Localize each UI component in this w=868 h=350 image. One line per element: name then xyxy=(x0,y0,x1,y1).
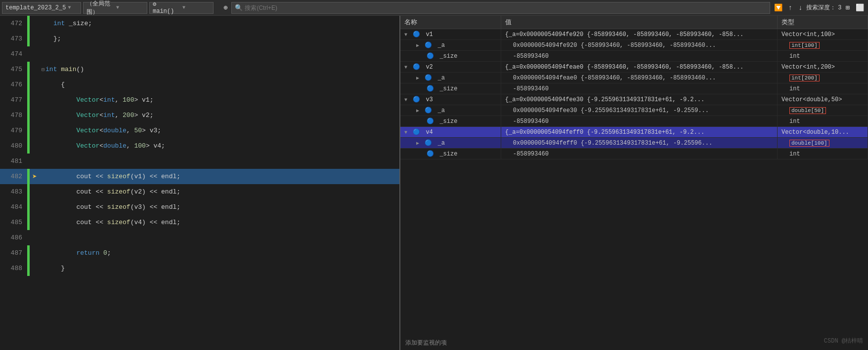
watch-child-type: double[100] xyxy=(777,138,868,149)
line-number: 472 xyxy=(0,16,27,31)
pin-btn[interactable]: ⊞ xyxy=(844,2,852,13)
debug-arrow xyxy=(30,199,40,215)
type-badge: double[50] xyxy=(789,107,826,114)
line-number: 482 xyxy=(0,169,27,184)
debug-arrow xyxy=(30,138,40,154)
code-lines: 472 int _size; 473 }; 474 xyxy=(0,16,399,350)
item-icon: 🔵 xyxy=(413,129,420,136)
col-header-type: 类型 xyxy=(777,16,868,29)
item-icon: 🔵 xyxy=(427,85,434,92)
line-number: 477 xyxy=(0,92,27,108)
watch-var-value: {_a=0x00000054094fee30 {-9.2559631349317… xyxy=(501,94,777,105)
expand-icon[interactable]: ▼ xyxy=(404,97,407,103)
expand-icon[interactable]: ▶ xyxy=(416,141,419,146)
code-content xyxy=(40,46,399,62)
item-icon: 🔵 xyxy=(413,96,420,103)
debug-arrow xyxy=(30,46,40,62)
search-depth: 搜索深度： 3 xyxy=(806,3,841,12)
search-filter-btn[interactable]: 🔽 xyxy=(772,2,784,13)
search-icon: 🔍 xyxy=(235,4,243,12)
table-row[interactable]: ▼ 🔵 v3 {_a=0x00000054094fee30 {-9.255963… xyxy=(400,94,868,105)
watch-child-value: -858993460 xyxy=(501,116,777,127)
code-content: cout << sizeof(v1) << endl; xyxy=(40,169,399,184)
debug-arrow xyxy=(30,16,40,31)
debug-arrow xyxy=(30,92,40,108)
watch-child-value: 0x00000054094fe920 {-858993460, -8589934… xyxy=(501,40,777,51)
line-number: 478 xyxy=(0,108,27,123)
line-number: 481 xyxy=(0,154,27,169)
expand-icon[interactable]: ▼ xyxy=(404,65,407,70)
debug-arrow xyxy=(30,62,40,77)
table-row[interactable]: ▼ 🔵 v4 {_a=0x00000054094feff0 {-9.255963… xyxy=(400,127,868,138)
item-icon: 🔵 xyxy=(425,140,432,147)
watch-child-name: ▶ 🔵 _a xyxy=(400,40,501,51)
line-number: 486 xyxy=(0,230,27,245)
watch-child-type: int xyxy=(777,83,868,94)
fold-button[interactable]: ⊟ xyxy=(42,67,44,73)
watch-child-type: int xyxy=(777,149,868,159)
table-row: ▶ 🔵 _a 0x00000054094feff0 {-9.2559631349… xyxy=(400,138,868,149)
code-content: cout << sizeof(v3) << endl; xyxy=(40,199,399,215)
code-content: } xyxy=(40,261,399,276)
table-row: 485 cout << sizeof(v4) << endl; xyxy=(0,215,399,230)
item-icon: 🔵 xyxy=(425,75,432,81)
search-box[interactable]: 🔍 xyxy=(231,2,770,14)
watch-child-value: 0x00000054094fee30 {-9.2559631349317831e… xyxy=(501,105,777,116)
code-content: ⊟ int main() xyxy=(40,62,399,77)
watch-child-name: ▶ 🔵 _a xyxy=(400,105,501,116)
table-row: 478 Vector<int, 200> v2; xyxy=(0,108,399,123)
watch-child-value: -858993460 xyxy=(501,83,777,94)
code-content xyxy=(40,230,399,245)
code-content: }; xyxy=(40,31,399,46)
search-down-btn[interactable]: ↓ xyxy=(796,3,804,13)
watch-child-value: 0x00000054094feff0 {-9.2559631349317831e… xyxy=(501,138,777,149)
debug-arrow xyxy=(30,245,40,261)
code-content: cout << sizeof(v4) << endl; xyxy=(40,215,399,230)
file-dropdown[interactable]: template_2023_2_5 ▼ xyxy=(2,2,81,14)
watch-child-type: int xyxy=(777,116,868,127)
search-up-btn[interactable]: ↑ xyxy=(786,3,794,13)
table-row: 🔵 _size -858993460 int xyxy=(400,51,868,62)
file-dropdown-arrow: ▼ xyxy=(68,5,78,10)
item-icon: 🔵 xyxy=(425,107,432,114)
debug-arrow xyxy=(30,261,40,276)
debug-arrow xyxy=(30,123,40,138)
watch-child-value: -858993460 xyxy=(501,149,777,159)
expand-icon[interactable]: ▼ xyxy=(404,32,407,38)
table-row: 484 cout << sizeof(v3) << endl; xyxy=(0,199,399,215)
scope-dropdown[interactable]: （全局范围） ▼ xyxy=(83,2,147,14)
table-row: 483 cout << sizeof(v2) << endl; xyxy=(0,184,399,199)
table-row[interactable]: ▼ 🔵 v2 {_a=0x00000054094feae0 {-85899346… xyxy=(400,62,868,73)
watch-var-type: Vector<int,100> xyxy=(777,29,868,40)
func-dropdown[interactable]: ⚙ main() ▼ xyxy=(149,2,214,14)
table-row: 479 Vector<double, 50> v3; xyxy=(0,123,399,138)
expand-icon[interactable]: ▼ xyxy=(404,130,407,135)
main-container: 472 int _size; 473 }; 474 xyxy=(0,16,868,350)
table-row: 🔵 _size -858993460 int xyxy=(400,83,868,94)
watch-panel: 名称 值 类型 ▼ 🔵 v1 {_a=0x00000054094fe920 {-… xyxy=(400,16,868,350)
line-number: 480 xyxy=(0,138,27,154)
line-number: 484 xyxy=(0,199,27,215)
expand-icon[interactable]: ▶ xyxy=(416,108,419,114)
expand-btn[interactable]: ⬜ xyxy=(854,2,866,13)
col-header-value: 值 xyxy=(501,16,777,29)
nav-btn-1[interactable]: ⊕ xyxy=(221,2,229,13)
table-row: 482 ➤ cout << sizeof(v1) << endl; xyxy=(0,169,399,184)
line-number: 479 xyxy=(0,123,27,138)
code-content: Vector<int, 200> v2; xyxy=(40,108,399,123)
scope-dropdown-arrow: ▼ xyxy=(116,5,144,10)
search-input[interactable] xyxy=(245,4,344,11)
code-content: Vector<int, 100> v1; xyxy=(40,92,399,108)
table-row: 487 return 0; xyxy=(0,245,399,261)
watch-child-value: 0x00000054094feae0 {-858993460, -8589934… xyxy=(501,73,777,83)
table-row[interactable]: ▼ 🔵 v1 {_a=0x00000054094fe920 {-85899346… xyxy=(400,29,868,40)
watch-child-value: -858993460 xyxy=(501,51,777,62)
expand-icon[interactable]: ▶ xyxy=(416,43,419,48)
add-watch-item[interactable]: 添加要监视的项 xyxy=(400,336,868,350)
line-number: 485 xyxy=(0,215,27,230)
line-number: 474 xyxy=(0,46,27,62)
expand-icon[interactable]: ▶ xyxy=(416,76,419,81)
watch-child-name: 🔵 _size xyxy=(400,83,501,94)
table-row: ▶ 🔵 _a 0x00000054094fe920 {-858993460, -… xyxy=(400,40,868,51)
item-icon: 🔵 xyxy=(427,151,434,157)
